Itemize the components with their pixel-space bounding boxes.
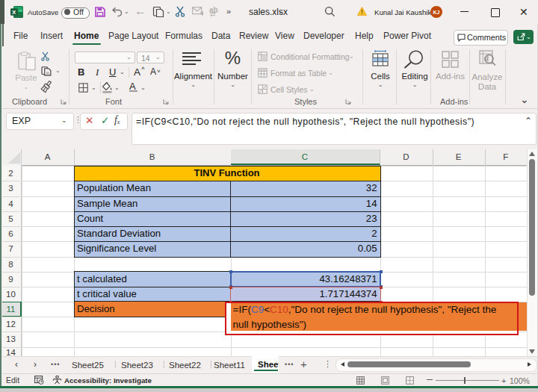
svg-text:X: X xyxy=(12,9,16,16)
